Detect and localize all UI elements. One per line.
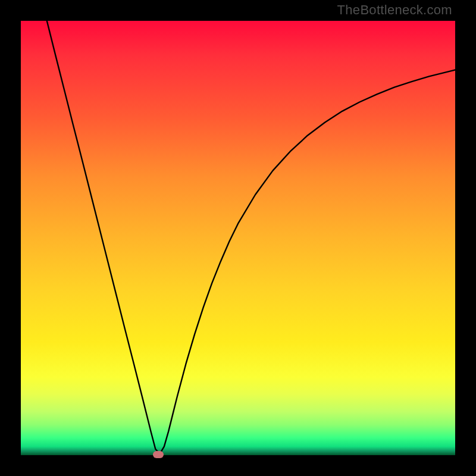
optimum-marker	[153, 451, 164, 458]
watermark-text: TheBottleneck.com	[337, 2, 452, 18]
bottleneck-curve	[21, 21, 455, 455]
chart-frame: TheBottleneck.com	[0, 0, 476, 476]
plot-area	[21, 21, 455, 455]
